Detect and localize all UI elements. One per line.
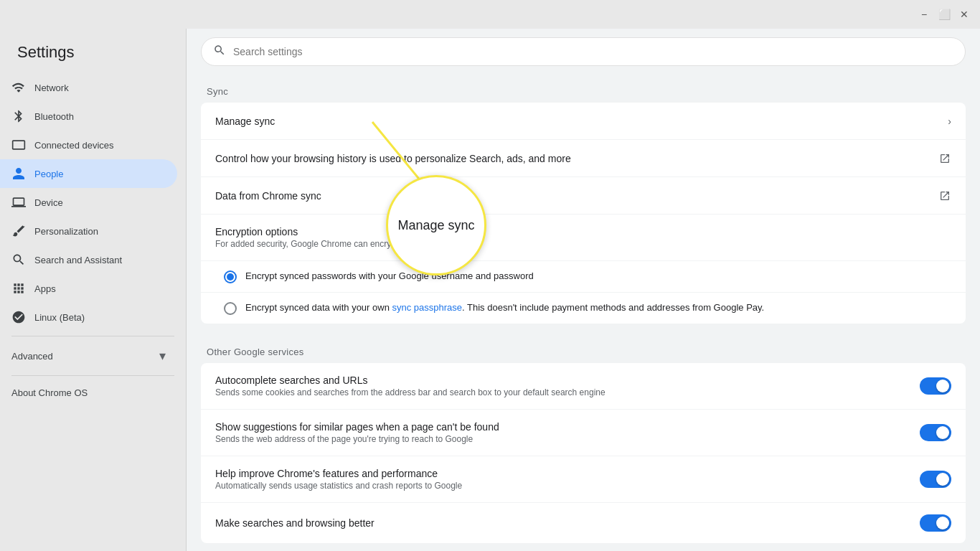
sidebar-item-connected-devices-label: Connected devices bbox=[34, 140, 114, 151]
autocomplete-desc: Sends some cookies and searches from the… bbox=[215, 387, 606, 397]
radio-google-label: Encrypt synced passwords with your Googl… bbox=[245, 270, 534, 283]
sidebar-item-search-label: Search and Assistant bbox=[34, 255, 122, 265]
suggestions-row[interactable]: Show suggestions for similar pages when … bbox=[201, 410, 966, 456]
make-searches-row[interactable]: Make searches and browsing better bbox=[201, 503, 966, 543]
brush-icon bbox=[11, 224, 26, 238]
sidebar-item-apps[interactable]: Apps bbox=[0, 274, 177, 303]
help-improve-row[interactable]: Help improve Chrome's features and perfo… bbox=[201, 456, 966, 503]
encryption-label: Encryption options bbox=[215, 226, 298, 237]
manage-sync-chevron: › bbox=[948, 116, 951, 127]
suggestions-toggle[interactable] bbox=[920, 424, 951, 441]
linux-icon bbox=[11, 310, 26, 324]
sidebar-item-personalization-label: Personalization bbox=[34, 226, 98, 237]
encryption-row: Encryption options For added security, G… bbox=[201, 215, 966, 261]
manage-sync-label: Manage sync bbox=[215, 116, 275, 127]
sidebar-divider bbox=[11, 336, 174, 336]
settings-content: Sync Manage sync › Control how your brow… bbox=[187, 75, 980, 551]
maximize-button[interactable]: ⬜ bbox=[934, 4, 954, 24]
advanced-label: Advanced bbox=[11, 351, 53, 362]
suggestions-title: Show suggestions for similar pages when … bbox=[215, 421, 499, 433]
sidebar-item-people-label: People bbox=[34, 169, 63, 179]
search-icon bbox=[11, 253, 26, 267]
other-services-card: Autocomplete searches and URLs Sends som… bbox=[201, 363, 966, 543]
sidebar-item-bluetooth[interactable]: Bluetooth bbox=[0, 102, 177, 131]
content-area: Sync Manage sync › Control how your brow… bbox=[187, 29, 980, 551]
laptop-icon bbox=[11, 195, 26, 209]
external-link-icon-1 bbox=[938, 152, 951, 165]
external-link-icon-2 bbox=[938, 189, 951, 202]
control-browsing-row[interactable]: Control how your browsing history is use… bbox=[201, 140, 966, 177]
suggestions-desc: Sends the web address of the page you're… bbox=[215, 434, 499, 444]
settings-title: Settings bbox=[0, 36, 186, 73]
bluetooth-icon bbox=[11, 109, 26, 123]
sidebar-item-apps-label: Apps bbox=[34, 283, 56, 294]
chevron-down-icon: ▾ bbox=[159, 348, 166, 364]
grid-icon bbox=[11, 281, 26, 296]
sidebar-item-people[interactable]: People bbox=[0, 159, 177, 188]
help-improve-desc: Automatically sends usage statistics and… bbox=[215, 481, 462, 491]
sidebar-item-advanced[interactable]: Advanced ▾ bbox=[0, 341, 177, 371]
tablet-icon bbox=[11, 138, 26, 152]
sidebar-item-linux[interactable]: Linux (Beta) bbox=[0, 303, 177, 331]
help-improve-toggle[interactable] bbox=[920, 471, 951, 488]
radio-row-2[interactable]: Encrypt synced data with your own sync p… bbox=[201, 293, 966, 324]
sidebar-item-network[interactable]: Network bbox=[0, 73, 177, 102]
search-bar-icon bbox=[213, 44, 226, 60]
radio-passphrase-label: Encrypt synced data with your own sync p… bbox=[245, 301, 764, 314]
sidebar-item-device[interactable]: Device bbox=[0, 188, 177, 217]
autocomplete-row[interactable]: Autocomplete searches and URLs Sends som… bbox=[201, 363, 966, 410]
sidebar-item-linux-label: Linux (Beta) bbox=[34, 312, 85, 323]
sidebar-item-bluetooth-label: Bluetooth bbox=[34, 111, 74, 122]
wifi-icon bbox=[11, 80, 26, 95]
sidebar-divider-2 bbox=[11, 375, 174, 376]
other-services-header: Other Google services bbox=[201, 335, 966, 363]
radio-google-btn[interactable] bbox=[224, 270, 237, 283]
sync-passphrase-link[interactable]: sync passphrase bbox=[392, 302, 463, 313]
manage-sync-row[interactable]: Manage sync › bbox=[201, 103, 966, 140]
close-button[interactable]: ✕ bbox=[954, 4, 974, 24]
search-wrap[interactable] bbox=[201, 37, 966, 66]
sidebar: Settings Network Bluetooth bbox=[0, 29, 187, 551]
search-bar bbox=[187, 29, 980, 75]
about-label: About Chrome OS bbox=[11, 387, 88, 398]
autocomplete-toggle[interactable] bbox=[920, 377, 951, 395]
data-from-chrome-label: Data from Chrome sync bbox=[215, 190, 321, 202]
sidebar-item-about[interactable]: About Chrome OS bbox=[0, 380, 177, 405]
data-from-chrome-row[interactable]: Data from Chrome sync bbox=[201, 177, 966, 215]
sync-card: Manage sync › Control how your browsing … bbox=[201, 103, 966, 324]
minimize-button[interactable]: − bbox=[914, 4, 934, 24]
sidebar-item-device-label: Device bbox=[34, 197, 63, 208]
sidebar-item-network-label: Network bbox=[34, 83, 69, 93]
title-bar: − ⬜ ✕ bbox=[0, 0, 980, 29]
radio-row-1[interactable]: Encrypt synced passwords with your Googl… bbox=[201, 261, 966, 293]
search-input[interactable] bbox=[233, 46, 953, 57]
sidebar-item-connected-devices[interactable]: Connected devices bbox=[0, 131, 177, 159]
app-container: Settings Network Bluetooth bbox=[0, 29, 980, 551]
help-improve-title: Help improve Chrome's features and perfo… bbox=[215, 468, 462, 479]
control-browsing-label: Control how your browsing history is use… bbox=[215, 153, 571, 164]
radio-passphrase-btn[interactable] bbox=[224, 302, 237, 315]
sync-section-header: Sync bbox=[201, 75, 966, 103]
autocomplete-title: Autocomplete searches and URLs bbox=[215, 375, 606, 386]
person-icon bbox=[11, 166, 26, 181]
encryption-desc: For added security, Google Chrome can en… bbox=[215, 239, 466, 249]
make-searches-toggle[interactable] bbox=[920, 514, 951, 532]
make-searches-title: Make searches and browsing better bbox=[215, 517, 374, 529]
sidebar-item-personalization[interactable]: Personalization bbox=[0, 217, 177, 245]
sidebar-item-search[interactable]: Search and Assistant bbox=[0, 245, 177, 274]
